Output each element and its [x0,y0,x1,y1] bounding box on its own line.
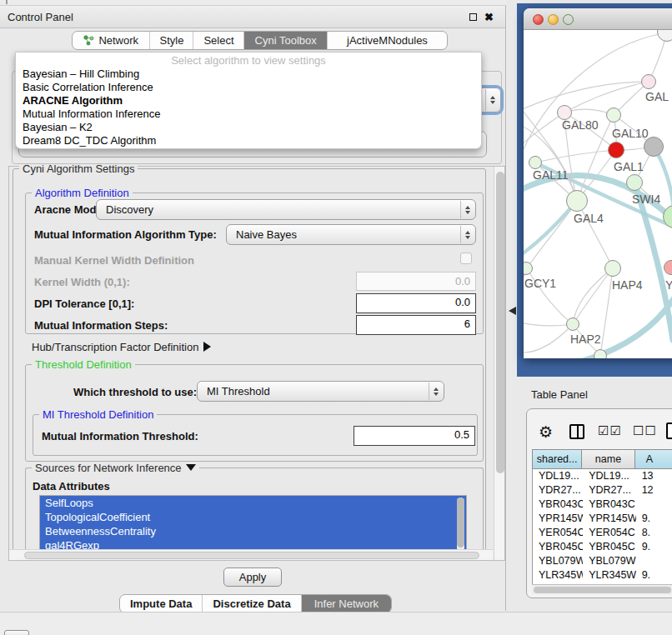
table-cell: 8. [636,526,672,540]
node-swi4[interactable] [626,174,643,191]
attribute-item[interactable]: SelfLoops [40,496,466,510]
table-body: YDL19...YDL19...13YDR27...YDR27...12YBR0… [532,469,672,584]
table-cell: YLR345W [533,568,583,582]
threshold-definition-group: Threshold Definition Which threshold to … [25,364,484,462]
settings-hscrollbar[interactable] [9,549,493,560]
kernel-width-field[interactable]: 0.0 [356,272,476,291]
node-gal11[interactable] [529,156,542,169]
control-panel-tabbar: Network Style Select Cyni Toolbox jActiv… [72,31,448,50]
table-row[interactable]: YDR27...YDR27...12 [533,483,672,498]
tab-select[interactable]: Select [193,32,244,49]
tab-jactivemnodules[interactable]: jActiveMNodules [328,32,447,49]
apply-button[interactable]: Apply [223,568,282,587]
dpi-tolerance-field[interactable]: 0.0 [356,293,476,313]
dropdown-placeholder: Select algorithm to view settings [16,54,481,68]
algorithm-definition-label: Algorithm Definition [32,187,133,199]
node-partial-bottom[interactable] [594,349,607,358]
table-row[interactable]: YPR145WYPR145W9. [533,512,672,526]
data-attributes-label: Data Attributes [33,480,110,492]
tab-impute-data[interactable]: Impute Data [120,595,203,612]
close-traffic-icon[interactable] [533,14,544,25]
table-row[interactable]: YBR043CYBR043C [533,498,672,512]
settings-vscrollbar[interactable] [494,167,504,560]
table-cell: 9. [636,568,672,582]
zoom-traffic-icon[interactable] [563,14,574,25]
mi-threshold-field[interactable]: 0.5 [354,426,475,446]
attribute-item[interactable]: TopologicalCoefficient [40,510,466,524]
chevron-right-icon [203,342,211,352]
float-icon[interactable] [469,13,477,21]
aracne-mode-combo[interactable]: Discovery [96,199,476,220]
network-view[interactable]: GALGAL80GAL10GAL1GAL11SWI4GAL4GCY1HAP4YH… [524,30,672,358]
which-threshold-label: Which threshold to use: [73,386,197,398]
table-cell: YPR145W [533,512,583,526]
tab-infer-network[interactable]: Infer Network [302,595,391,612]
table-cell: YPR145W [583,512,635,526]
table-cell: YLR345W [583,568,635,582]
algorithm-option[interactable]: Bayesian – Hill Climbing [16,68,481,81]
tab-style[interactable]: Style [150,32,193,49]
table-row[interactable]: YLR345WYLR345W9. [533,568,672,582]
tab-network[interactable]: Network [73,32,150,49]
minimize-traffic-icon[interactable] [548,14,559,25]
close-icon[interactable]: ✖ [484,13,494,22]
algorithm-option[interactable]: Mutual Information Inference [16,108,481,121]
data-attributes-list: SelfLoopsTopologicalCoefficientBetweenne… [39,495,467,554]
algorithm-option[interactable]: Bayesian – K2 [16,121,481,134]
control-panel-window: Control Panel ✖ Network Style Select Cyn [0,5,506,611]
sources-group: Sources for Network Inference Data Attri… [25,468,484,561]
mi-type-combo[interactable]: Naive Bayes [226,224,476,245]
checked-boxes-icon[interactable]: ☑☑ [598,423,622,438]
table-row[interactable]: YDL19...YDL19...13 [533,469,672,483]
algorithm-option[interactable]: Dream8 DC_TDC Algorithm [16,134,481,148]
column-header-1[interactable]: shared... [532,449,582,469]
hub-definition-toggle[interactable]: Hub/Transcription Factor Definition [32,341,211,353]
algorithm-definition-group: Algorithm Definition Aracne Mode: Discov… [25,192,484,334]
mi-type-value: Naive Bayes [236,228,297,241]
tab-cyni-toolbox[interactable]: Cyni Toolbox [244,32,327,49]
node-gal11-label: GAL11 [533,168,569,182]
columns-icon[interactable] [569,424,584,439]
node-gray[interactable] [644,137,664,157]
attribute-item[interactable]: BetweennessCentrality [40,524,466,538]
table-panel-titlebar: Table Panel [507,377,672,408]
table-panel-window: ⚙ ☑☑ ☐☐ shared...nameA YDL19...YDL19...1… [526,408,672,598]
node-gal4[interactable] [566,190,588,212]
node-hap4[interactable] [604,260,621,277]
column-header-2[interactable]: name [582,449,634,469]
node-hap2[interactable] [566,318,579,331]
table-row[interactable]: YBR045CYBR045C9. [533,540,672,554]
table-cell: 13 [636,469,672,483]
status-strip [0,612,672,635]
node-gal10[interactable] [606,108,621,122]
node-gal1[interactable] [608,142,624,158]
table-cell: YBR045C [533,540,583,554]
control-panel-title: Control Panel [8,11,73,23]
manual-kernel-checkbox[interactable] [460,252,472,264]
node-hap2-label: HAP2 [570,332,601,346]
table-row[interactable]: YBL079WYBL079W [533,554,672,568]
table-hscrollbar[interactable] [532,584,672,594]
table-cell: YDL19... [583,469,635,483]
algorithm-option[interactable]: Basic Correlation Inference [16,81,481,94]
which-threshold-combo[interactable]: MI Threshold [197,381,444,402]
column-header-3[interactable]: A [635,449,672,469]
tab-discretize-data[interactable]: Discretize Data [203,595,301,612]
mi-steps-field[interactable]: 6 [356,315,476,335]
table-cell: YBL079W [533,554,583,568]
algorithm-option[interactable]: ARACNE Algorithm [16,94,481,108]
node-gcy1-label: GCY1 [524,277,556,290]
document-icon[interactable] [666,422,672,439]
node-hap4-label: HAP4 [612,278,643,292]
unchecked-boxes-icon[interactable]: ☐☐ [633,423,657,438]
partial-bottom-button[interactable] [4,630,29,635]
mi-threshold-group-label: MI Threshold Definition [39,408,157,421]
node-y-partial-label: Y [665,278,672,292]
attributes-scrollbar[interactable] [457,498,464,552]
network-window-titlebar[interactable] [524,8,672,30]
mi-steps-label: Mutual Information Steps: [34,319,168,332]
algorithm-options: Bayesian – Hill ClimbingBasic Correlatio… [16,68,481,148]
gear-icon[interactable]: ⚙ [539,422,553,442]
node-gal-top[interactable] [641,74,656,89]
table-row[interactable]: YER054CYER054C8. [533,526,672,540]
